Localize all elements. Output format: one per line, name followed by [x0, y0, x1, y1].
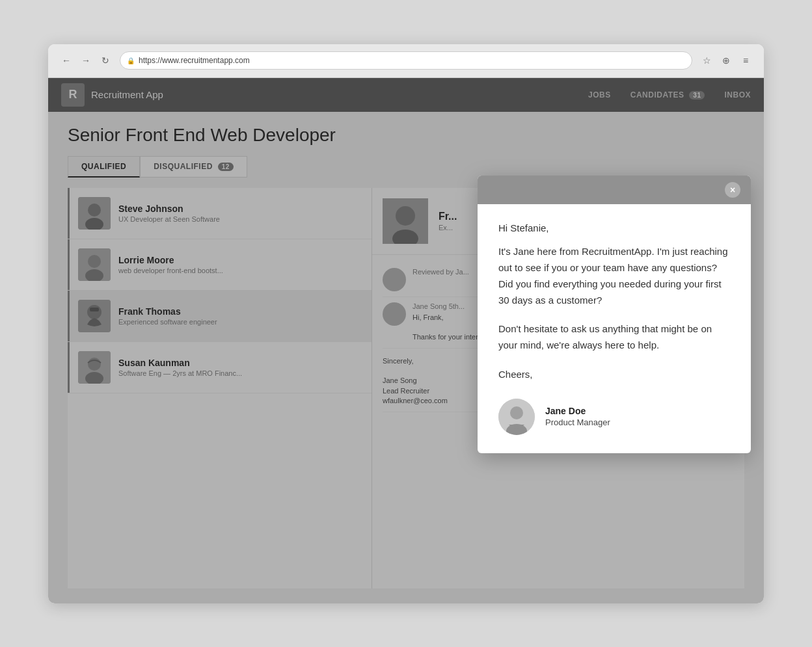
lock-icon: 🔒 — [127, 57, 135, 64]
reload-button[interactable]: ↻ — [98, 53, 113, 68]
browser-actions: ☆ ⊕ ≡ — [699, 53, 753, 68]
signature-title: Product Manager — [545, 417, 610, 427]
browser-chrome: ← → ↻ 🔒 https://www.recruitmentapp.com ☆… — [48, 44, 764, 78]
modal-signature: Jane Doe Product Manager — [498, 399, 730, 435]
modal-paragraph-1: It's Jane here from RecruitmentApp. I'm … — [498, 244, 730, 308]
modal-body: Hi Stefanie, It's Jane here from Recruit… — [478, 204, 751, 453]
signature-info: Jane Doe Product Manager — [545, 406, 610, 427]
address-bar[interactable]: 🔒 https://www.recruitmentapp.com — [120, 51, 692, 70]
signature-avatar — [498, 399, 535, 435]
modal-close-button[interactable]: × — [725, 182, 740, 198]
user-button[interactable]: ⊕ — [718, 53, 734, 68]
modal-overlay: × Hi Stefanie, It's Jane here from Recru… — [48, 78, 764, 603]
forward-button[interactable]: → — [78, 53, 94, 68]
bookmark-button[interactable]: ☆ — [699, 53, 714, 68]
url-text: https://www.recruitmentapp.com — [139, 56, 250, 65]
modal-header: × — [478, 176, 751, 204]
modal-paragraph-2: Don't hesitate to ask us anything that m… — [498, 321, 730, 354]
menu-button[interactable]: ≡ — [738, 53, 753, 68]
modal-dialog: × Hi Stefanie, It's Jane here from Recru… — [478, 176, 751, 453]
signature-name: Jane Doe — [545, 406, 610, 416]
browser-window: ← → ↻ 🔒 https://www.recruitmentapp.com ☆… — [48, 44, 764, 603]
back-button[interactable]: ← — [59, 53, 74, 68]
modal-greeting: Hi Stefanie, — [498, 222, 730, 233]
app-content: R Recruitment App JOBS CANDIDATES 31 INB… — [48, 78, 764, 603]
svg-point-16 — [510, 406, 523, 419]
browser-nav: ← → ↻ — [59, 53, 113, 68]
modal-closing: Cheers, — [498, 367, 730, 383]
